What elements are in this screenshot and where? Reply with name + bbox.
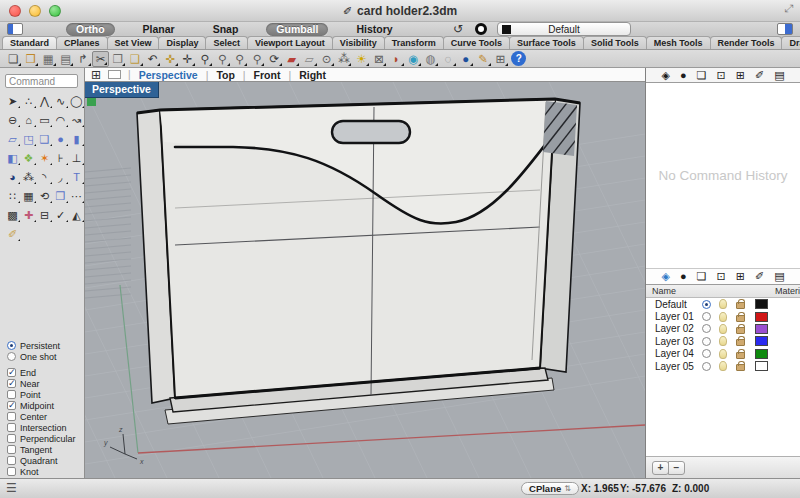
toolbar-tab[interactable]: Render Tools xyxy=(710,36,783,49)
layer-lock-icon[interactable] xyxy=(736,339,745,346)
notepad-panel-icon[interactable]: ▤ xyxy=(774,69,784,82)
check-tool-icon[interactable]: ✓ xyxy=(53,208,68,222)
rotate-view-icon[interactable]: ⟳ xyxy=(266,51,283,67)
rectangle-tool-icon[interactable]: ▭ xyxy=(37,113,52,127)
layer-color-swatch[interactable] xyxy=(755,299,768,309)
pan-hand-icon[interactable]: ✜ xyxy=(162,51,179,67)
toolbar-tab[interactable]: Curve Tools xyxy=(443,36,510,49)
materials-panel-icon[interactable]: ⊡ xyxy=(716,69,725,82)
layer-lock-icon[interactable] xyxy=(736,364,745,371)
layer-row[interactable]: Layer 02 xyxy=(646,323,800,335)
rendered-view-icon[interactable]: ● xyxy=(457,51,474,67)
display-panel-icon[interactable]: ● xyxy=(680,69,687,82)
paste-icon[interactable]: ❑ xyxy=(127,51,144,67)
viewport-layout-icon[interactable]: ⊞ xyxy=(91,69,101,81)
lightbulb-icon[interactable]: ☀ xyxy=(353,51,370,67)
solid-tool-icon[interactable]: ❒ xyxy=(53,189,68,203)
toolbar-tab[interactable]: Standard xyxy=(2,36,57,49)
explode-tool-icon[interactable]: ✶ xyxy=(37,151,52,165)
panel-toggle-right-icon[interactable] xyxy=(777,23,793,35)
osnap-checkbox[interactable]: Point xyxy=(7,389,84,400)
osnap-checkbox[interactable]: Intersection xyxy=(7,422,84,433)
current-layer-radio[interactable] xyxy=(702,349,711,358)
cone-tool-icon[interactable]: ◭ xyxy=(69,208,84,222)
fullscreen-icon[interactable]: ⤢ xyxy=(784,2,793,15)
cut-icon[interactable]: ✂ xyxy=(92,51,109,67)
perspective-viewport[interactable]: z y x Perspective xyxy=(85,82,645,478)
toolbar-tab[interactable]: CPlanes xyxy=(56,36,108,49)
osnap-checkbox[interactable]: Knot xyxy=(7,466,84,477)
camera-icon[interactable]: ⊙ xyxy=(318,51,335,67)
color-wheel-icon[interactable]: ◉ xyxy=(405,51,422,67)
history-replay-icon[interactable]: ↺ xyxy=(453,23,463,35)
copy-points-tool-icon[interactable]: ∷ xyxy=(5,189,20,203)
viewports-panel-icon[interactable]: ⊞ xyxy=(736,270,745,283)
boolean-tool-icon[interactable]: ❖ xyxy=(21,151,36,165)
command-input[interactable] xyxy=(5,74,78,88)
current-layer-radio[interactable] xyxy=(702,300,711,309)
osnap-checkbox[interactable]: Center xyxy=(7,411,84,422)
zoom-extents-icon[interactable]: ⚲ xyxy=(248,51,265,67)
cylinder-tool-icon[interactable]: ▮ xyxy=(69,132,84,146)
link-views-icon[interactable]: ⁂ xyxy=(335,51,352,67)
layers-panel-icon[interactable]: ◈ xyxy=(661,69,669,82)
corner-surface-tool-icon[interactable]: ◳ xyxy=(21,132,36,146)
viewport-color-swatch[interactable] xyxy=(108,70,121,79)
mode-button[interactable]: History xyxy=(346,23,402,36)
viewport-tab[interactable]: Top xyxy=(198,69,235,81)
save-file-icon[interactable]: ▦ xyxy=(40,51,57,67)
notes-panel-icon[interactable]: ❏ xyxy=(697,69,707,82)
layer-lock-icon[interactable] xyxy=(736,302,745,309)
toolbar-tab[interactable]: Transform xyxy=(384,36,444,49)
open-file-icon[interactable]: ❒ xyxy=(22,51,39,67)
toolbar-tab[interactable]: Visibility xyxy=(332,36,385,49)
mode-button[interactable]: Planar xyxy=(133,23,185,36)
toolbar-tab[interactable]: Set View xyxy=(107,36,160,49)
layers-material-column[interactable]: Material xyxy=(775,286,800,296)
viewport-tab[interactable]: Right xyxy=(280,69,326,81)
layer-color-swatch[interactable] xyxy=(755,324,768,334)
sidebar-toggle-left-icon[interactable] xyxy=(7,23,23,35)
layer-color-swatch[interactable] xyxy=(755,349,768,359)
polyline-tool-icon[interactable]: ⋀ xyxy=(37,94,52,108)
point-tool-icon[interactable]: ∴ xyxy=(21,94,36,108)
dark-sphere-tool-icon[interactable]: ◕ xyxy=(5,170,20,184)
layer-visibility-icon[interactable] xyxy=(719,349,727,359)
osnap-mode-radio[interactable]: One shot xyxy=(7,351,84,362)
align-tool-icon[interactable]: ⊟ xyxy=(37,208,52,222)
grid-tool-icon[interactable]: ▩ xyxy=(5,208,20,222)
osnap-checkbox[interactable]: Midpoint xyxy=(7,400,84,411)
layer-visibility-icon[interactable] xyxy=(719,336,727,346)
notes-panel-icon[interactable]: ❏ xyxy=(697,270,707,283)
current-layer-radio[interactable] xyxy=(702,362,711,371)
text-tool-icon[interactable]: T xyxy=(69,170,84,184)
polygon-tool-icon[interactable]: ⌂ xyxy=(21,113,36,127)
zoom-window-icon[interactable]: ⚲ xyxy=(214,51,231,67)
notepad-panel-icon[interactable]: ▤ xyxy=(774,270,784,283)
layer-visibility-icon[interactable] xyxy=(719,312,727,322)
help-icon[interactable]: ? xyxy=(511,51,526,66)
layers-panel-icon[interactable]: ◈ xyxy=(661,270,669,283)
render-icon[interactable]: ◗ xyxy=(388,51,405,67)
print-icon[interactable]: ▤ xyxy=(57,51,74,67)
materials-panel-icon[interactable]: ⊡ xyxy=(716,270,725,283)
osnap-checkbox[interactable]: Tangent xyxy=(7,444,84,455)
ellipse-tool-icon[interactable]: ⊖ xyxy=(5,113,20,127)
sphere-tool-icon[interactable]: ● xyxy=(53,132,68,146)
blend-tool-icon[interactable]: ◞ xyxy=(53,170,68,184)
layer-row[interactable]: Layer 05 xyxy=(646,360,800,372)
current-layer-radio[interactable] xyxy=(702,324,711,333)
curve-tool-icon[interactable]: ∿ xyxy=(53,94,68,108)
new-file-icon[interactable]: ❏ xyxy=(5,51,22,67)
layer-visibility-icon[interactable] xyxy=(719,299,727,309)
layer-lock-icon[interactable] xyxy=(736,327,745,334)
record-history-icon[interactable] xyxy=(475,23,487,35)
toolbar-tab[interactable]: Display xyxy=(158,36,206,49)
current-layer-radio[interactable] xyxy=(702,312,711,321)
arc-tool-icon[interactable]: ◠ xyxy=(53,113,68,127)
remove-layer-button[interactable]: − xyxy=(668,461,685,475)
toolbar-tab[interactable]: Drafting xyxy=(781,36,800,49)
layer-visibility-icon[interactable] xyxy=(719,361,727,371)
fillet-tool-icon[interactable]: ◝ xyxy=(37,170,52,184)
floating-view-icon[interactable]: ▱ xyxy=(301,51,318,67)
